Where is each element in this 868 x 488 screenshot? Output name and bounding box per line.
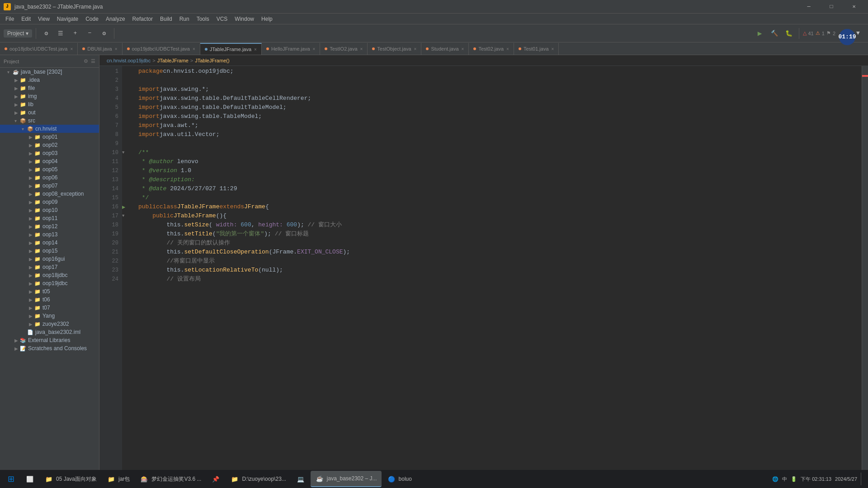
taskbar-pin[interactable]: 📌 <box>207 471 225 487</box>
debug-button[interactable]: 🐛 <box>783 27 795 40</box>
sidebar-item-oop13[interactable]: ▶ 📁 oop13 <box>0 230 99 239</box>
taskbar-folder2[interactable]: 📁 jar包 <box>102 471 134 487</box>
run-gutter-icon[interactable]: ▶ <box>122 204 125 211</box>
tab-close-icon[interactable]: × <box>462 47 464 52</box>
fold-icon[interactable]: ▼ <box>122 150 124 155</box>
sidebar-item-oop01[interactable]: ▶ 📁 oop01 <box>0 133 99 141</box>
tab-JTableJFrame[interactable]: JTableJFrame.java × <box>200 43 262 55</box>
menu-window[interactable]: Window <box>231 15 258 23</box>
tab-Test02[interactable]: Test02.java × <box>469 43 514 55</box>
code-editor[interactable]: 1 2 3 4 5 6 7 8 9 10 11 12 13 14 15 16 1… <box>99 66 868 475</box>
sidebar-item-oop06[interactable]: ▶ 📁 oop06 <box>0 174 99 182</box>
toolbar-list-btn[interactable]: ☰ <box>54 27 67 40</box>
sidebar-item-oop15[interactable]: ▶ 📁 oop15 <box>0 247 99 255</box>
sidebar-item-oop08[interactable]: ▶ 📁 oop08_exception <box>0 190 99 198</box>
sidebar-item-t07[interactable]: ▶ 📁 t07 <box>0 304 99 312</box>
build-button[interactable]: 🔨 <box>768 27 781 40</box>
sidebar-item-iml[interactable]: ▶ 📄 java_base2302.iml <box>0 328 99 336</box>
menu-help[interactable]: Help <box>258 15 276 23</box>
sidebar-item-oop16gui[interactable]: ▶ 📁 oop16gui <box>0 255 99 263</box>
sidebar-item-scratches[interactable]: ▶ 📝 Scratches and Consoles <box>0 344 99 352</box>
sidebar-item-zuoye2302[interactable]: ▶ 📁 zuoye2302 <box>0 320 99 328</box>
taskbar-intellij[interactable]: ☕ java_base2302 – J... <box>311 471 382 487</box>
menu-vcs[interactable]: VCS <box>213 15 231 23</box>
fold-icon[interactable]: ▼ <box>122 214 124 218</box>
network-icon[interactable]: 🌐 <box>772 476 778 482</box>
menu-view[interactable]: View <box>34 15 53 23</box>
sidebar-item-t05[interactable]: ▶ 📁 t05 <box>0 287 99 296</box>
sidebar-gear-icon[interactable]: ⚙ <box>84 58 88 64</box>
menu-edit[interactable]: Edit <box>18 15 34 23</box>
sidebar-item-file[interactable]: ▶ 📁 file <box>0 84 99 92</box>
sidebar-item-Yang[interactable]: ▶ 📁 Yang <box>0 312 99 320</box>
sidebar-item-oop03[interactable]: ▶ 📁 oop03 <box>0 149 99 157</box>
taskbar-lottery[interactable]: 🎰 梦幻金运抽奖V3.6 ... <box>135 471 206 487</box>
sidebar-item-img[interactable]: ▶ 📁 img <box>0 92 99 100</box>
taskbar-folder3[interactable]: 📁 D:\zuoye\oop\23... <box>226 471 290 487</box>
maximize-button[interactable]: □ <box>821 0 842 14</box>
taskbar-folder1[interactable]: 📁 05 Java面向对象 <box>40 471 101 487</box>
sidebar-item-idea[interactable]: ▶ 📁 .idea <box>0 76 99 84</box>
tab-TestIO2[interactable]: TestIO2.java × <box>320 43 368 55</box>
menu-build[interactable]: Build <box>156 15 176 23</box>
tab-close-icon[interactable]: × <box>313 47 316 52</box>
tab-DBUtil[interactable]: DBUtil.java × <box>78 43 122 55</box>
project-selector[interactable]: Project ▾ <box>4 29 32 38</box>
menu-file[interactable]: File <box>2 15 18 23</box>
menu-navigate[interactable]: Navigate <box>53 15 82 23</box>
toolbar-minus-btn[interactable]: − <box>83 27 96 40</box>
ime-indicator[interactable]: 中 <box>782 476 787 483</box>
sidebar-item-oop18jdbc[interactable]: ▶ 📁 oop18jdbc <box>0 271 99 279</box>
toolbar-plus-btn[interactable]: + <box>69 27 81 40</box>
tab-Test01[interactable]: Test01.java × <box>514 43 559 55</box>
tab-close-icon[interactable]: × <box>254 47 257 52</box>
menu-code[interactable]: Code <box>82 15 102 23</box>
menu-refactor[interactable]: Refactor <box>129 15 156 23</box>
tab-UDBCTest1[interactable]: oop18jdbc\UDBCTest.java × <box>0 43 78 55</box>
sidebar-item-lib[interactable]: ▶ 📁 lib <box>0 100 99 108</box>
start-button[interactable]: ⊞ <box>2 471 20 487</box>
toolbar-settings-btn[interactable]: ⚙ <box>40 27 52 40</box>
sidebar-item-oop11[interactable]: ▶ 📁 oop11 <box>0 214 99 222</box>
sidebar-item-oop12[interactable]: ▶ 📁 oop12 <box>0 222 99 230</box>
tab-close-icon[interactable]: × <box>70 47 73 52</box>
tab-HelloJFrame[interactable]: HelloJFrame.java × <box>262 43 320 55</box>
sidebar-item-out[interactable]: ▶ 📁 out <box>0 108 99 117</box>
tab-close-icon[interactable]: × <box>552 47 554 52</box>
show-desktop-button[interactable] <box>861 473 863 485</box>
close-button[interactable]: ✕ <box>844 0 864 14</box>
run-button[interactable]: ▶ <box>754 27 766 40</box>
sidebar-item-oop05[interactable]: ▶ 📁 oop05 <box>0 165 99 174</box>
tab-UDBCTest2[interactable]: oop19jdbc\UDBCTest.java × <box>123 43 200 55</box>
taskbar-boluo[interactable]: 🔵 boluo <box>382 471 416 487</box>
tab-close-icon[interactable]: × <box>193 47 195 52</box>
tab-Student[interactable]: Student.java × <box>421 43 469 55</box>
code-text[interactable]: package cn.hnvist.oop19jdbc; import java… <box>131 66 862 475</box>
sidebar-item-oop07[interactable]: ▶ 📁 oop07 <box>0 182 99 190</box>
sidebar-item-t06[interactable]: ▶ 📁 t06 <box>0 296 99 304</box>
sidebar-item-oop19jdbc[interactable]: ▶ 📁 oop19jdbc <box>0 279 99 287</box>
tab-close-icon[interactable]: × <box>360 47 363 52</box>
tab-TestObject[interactable]: TestObject.java × <box>368 43 421 55</box>
taskbar-terminal[interactable]: 💻 <box>292 471 310 487</box>
minimize-button[interactable]: — <box>798 0 819 14</box>
sidebar-item-oop04[interactable]: ▶ 📁 oop04 <box>0 157 99 165</box>
sidebar-item-oop17[interactable]: ▶ 📁 oop17 <box>0 263 99 271</box>
tab-close-icon[interactable]: × <box>414 47 417 52</box>
sidebar-item-project[interactable]: ▾ ☕ java_base [2302] <box>0 68 99 76</box>
menu-run[interactable]: Run <box>176 15 193 23</box>
sidebar-item-oop10[interactable]: ▶ 📁 oop10 <box>0 206 99 214</box>
sidebar-layout-icon[interactable]: ☰ <box>91 58 95 64</box>
sidebar-item-cn-hnvist[interactable]: ▾ 📦 cn.hnvist <box>0 125 99 133</box>
sidebar-item-external-libraries[interactable]: ▶ 📚 External Libraries <box>0 336 99 344</box>
sidebar-item-oop14[interactable]: ▶ 📁 oop14 <box>0 239 99 247</box>
sidebar-item-src[interactable]: ▾ 📦 src <box>0 117 99 125</box>
tab-close-icon[interactable]: × <box>115 47 118 52</box>
toolbar-gear-btn[interactable]: ⚙ <box>98 27 110 40</box>
menu-analyze[interactable]: Analyze <box>102 15 129 23</box>
menu-tools[interactable]: Tools <box>193 15 213 23</box>
task-view-button[interactable]: ⬜ <box>21 471 39 487</box>
sidebar-item-oop02[interactable]: ▶ 📁 oop02 <box>0 141 99 149</box>
tab-close-icon[interactable]: × <box>506 47 509 52</box>
sidebar-item-oop09[interactable]: ▶ 📁 oop09 <box>0 198 99 206</box>
